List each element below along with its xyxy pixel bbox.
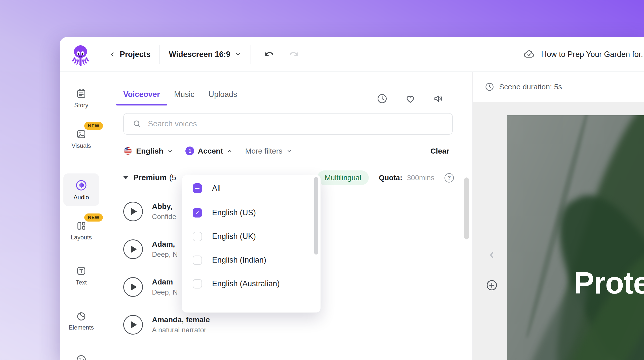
accent-option-all[interactable]: All [182, 176, 320, 201]
shapes-icon [75, 310, 87, 322]
search-input[interactable] [148, 119, 444, 128]
checkbox-unchecked-icon[interactable] [193, 232, 202, 241]
voice-name: Adam, [152, 240, 178, 248]
tab-voiceover[interactable]: Voiceover [123, 90, 160, 100]
preview-panel: Scene duration: 5s Prote [472, 72, 644, 360]
search-icon [132, 119, 142, 129]
cloud-saved-icon [523, 48, 535, 60]
accent-option-english-uk[interactable]: English (UK) [182, 225, 320, 248]
chevron-down-icon [286, 148, 293, 154]
voice-list-scrollbar[interactable] [464, 177, 469, 239]
language-filter[interactable]: English [123, 146, 173, 156]
sidebar: Story NEW Visuals Audio NEW [60, 72, 103, 360]
collapse-panel-chevron-icon[interactable] [487, 250, 497, 260]
play-button[interactable] [123, 202, 143, 221]
voice-search[interactable] [123, 113, 453, 135]
sidebar-item-text[interactable]: Text [65, 265, 98, 286]
sidebar-item-label: Layouts [71, 234, 92, 241]
quota-help-icon[interactable] [445, 173, 454, 183]
clear-filters-button[interactable]: Clear [430, 147, 449, 155]
checkbox-checked-icon[interactable] [193, 208, 202, 218]
sidebar-item-elements[interactable]: Elements [65, 310, 98, 331]
slide-title-text: Prote [574, 265, 644, 301]
preview-canvas: Prote [473, 102, 644, 360]
back-to-projects[interactable]: Projects [109, 50, 150, 59]
play-icon [131, 321, 137, 328]
quota-label: Quota: [379, 174, 402, 182]
dropdown-scrollbar[interactable] [314, 177, 318, 255]
project-title[interactable]: How to Prep Your Garden for. [541, 50, 643, 59]
chevron-left-icon [109, 51, 116, 58]
notepad-icon [75, 88, 87, 99]
favorites-heart-icon[interactable] [405, 93, 416, 104]
premium-group-count: (5 [169, 173, 176, 182]
voiceover-panel: Voiceover Music Uploads [103, 72, 472, 360]
play-icon [131, 246, 137, 253]
checkbox-unchecked-icon[interactable] [193, 279, 202, 289]
projects-label: Projects [120, 50, 150, 59]
voice-description: Deep, N [152, 250, 178, 259]
us-flag-icon [123, 146, 133, 156]
add-scene-button[interactable] [485, 279, 498, 292]
checkbox-indeterminate-icon[interactable] [193, 183, 202, 193]
scene-duration-text: Scene duration: 5s [499, 83, 562, 91]
accent-filter[interactable]: 1 Accent [185, 147, 233, 155]
sidebar-item-label: Audio [73, 194, 89, 201]
tab-music[interactable]: Music [174, 90, 194, 100]
sidebar-item-label: Visuals [72, 142, 91, 149]
accent-option-english-us[interactable]: English (US) [182, 201, 320, 225]
scene-duration-bar: Scene duration: 5s [473, 72, 644, 102]
new-badge: NEW [84, 122, 103, 130]
accent-option-english-indian[interactable]: English (Indian) [182, 248, 320, 272]
app-window: Projects Widescreen 16:9 [60, 37, 644, 360]
waveform-icon [75, 179, 88, 192]
checkbox-unchecked-icon[interactable] [193, 256, 202, 265]
sidebar-item-more[interactable] [65, 353, 98, 360]
play-button[interactable] [123, 277, 143, 297]
sidebar-item-layouts[interactable]: NEW Layouts [65, 220, 98, 241]
play-button[interactable] [123, 315, 143, 335]
premium-group-title: Premium [133, 173, 167, 182]
image-icon [75, 128, 87, 140]
voice-name: Amanda, female [152, 315, 210, 324]
octopus-logo [70, 43, 91, 66]
video-frame[interactable]: Prote [507, 115, 644, 360]
more-filters-label: More filters [245, 147, 282, 155]
sidebar-item-label: Text [76, 279, 87, 286]
accent-dropdown: All English (US) English (UK) English (I… [182, 175, 321, 313]
quota-value: 300mins [407, 174, 434, 182]
sidebar-item-label: Elements [69, 324, 94, 331]
accent-option-english-australian[interactable]: English (Australian) [182, 272, 320, 296]
redo-button[interactable] [288, 49, 300, 60]
sidebar-item-label: Story [74, 102, 88, 109]
more-filters[interactable]: More filters [245, 147, 292, 155]
undo-button[interactable] [263, 49, 275, 60]
aspect-ratio-dropdown[interactable]: Widescreen 16:9 [169, 50, 241, 59]
header-divider [251, 45, 251, 64]
tab-uploads[interactable]: Uploads [209, 90, 237, 100]
speaker-icon[interactable] [433, 93, 444, 104]
accent-count-badge: 1 [185, 147, 194, 155]
voice-description: A natural narrator [152, 326, 210, 334]
filter-row: English 1 Accent More filters [123, 146, 453, 156]
app-header: Projects Widescreen 16:9 [60, 37, 644, 72]
header-divider [100, 45, 100, 64]
chevron-down-icon [167, 148, 173, 154]
sidebar-item-visuals[interactable]: NEW Visuals [65, 128, 98, 149]
sidebar-item-story[interactable]: Story [65, 88, 98, 109]
language-filter-label: English [136, 147, 163, 155]
history-icon[interactable] [376, 93, 388, 104]
chevron-down-icon [234, 51, 242, 58]
text-icon [75, 265, 87, 277]
voice-row-amanda[interactable]: Amanda, female A natural narrator [123, 311, 472, 339]
play-button[interactable] [123, 239, 143, 259]
cookie-icon [75, 353, 87, 360]
layout-icon [75, 220, 87, 232]
voice-description: Confide [152, 213, 176, 221]
multilingual-chip[interactable]: Multilingual [317, 170, 369, 185]
sidebar-item-audio[interactable]: Audio [63, 173, 99, 206]
voice-name: Abby, [152, 202, 176, 211]
voice-description: Deep, N [152, 288, 178, 296]
play-icon [131, 208, 137, 215]
chevron-up-icon [226, 148, 233, 154]
